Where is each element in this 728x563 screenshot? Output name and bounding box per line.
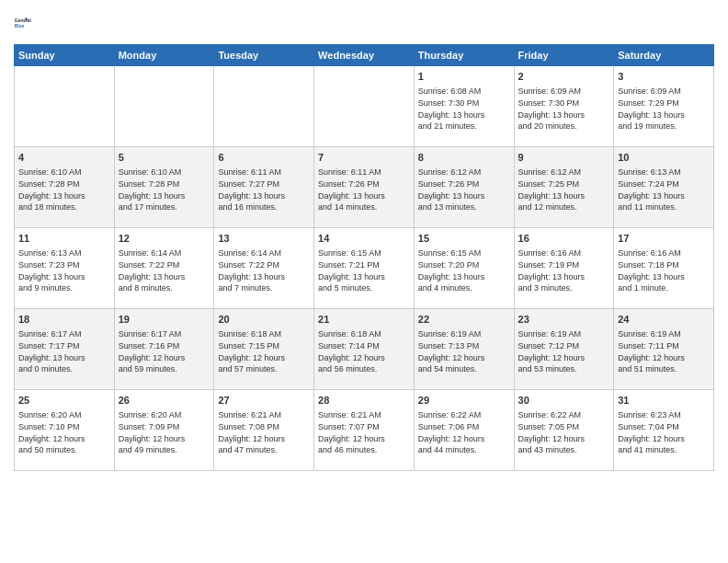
calendar-body: 1Sunrise: 6:08 AMSunset: 7:30 PMDaylight…: [15, 66, 714, 471]
cell-info: Sunset: 7:11 PM: [618, 340, 710, 352]
calendar-cell: 27Sunrise: 6:21 AMSunset: 7:08 PMDayligh…: [214, 390, 314, 471]
calendar-cell: 28Sunrise: 6:21 AMSunset: 7:07 PMDayligh…: [314, 390, 415, 471]
calendar-cell: 8Sunrise: 6:12 AMSunset: 7:26 PMDaylight…: [414, 147, 514, 228]
weekday-saturday: Saturday: [614, 45, 714, 66]
cell-info: Sunset: 7:28 PM: [18, 178, 110, 190]
day-number: 21: [318, 313, 410, 327]
cell-info: Daylight: 12 hours: [318, 433, 410, 445]
cell-info: Sunrise: 6:19 AM: [618, 328, 710, 340]
cell-info: Sunset: 7:22 PM: [119, 259, 210, 271]
cell-info: Daylight: 13 hours: [119, 271, 210, 283]
cell-info: Sunrise: 6:22 AM: [518, 409, 610, 421]
calendar-cell: 19Sunrise: 6:17 AMSunset: 7:16 PMDayligh…: [114, 309, 214, 390]
cell-info: Sunrise: 6:16 AM: [618, 247, 710, 259]
cell-info: Sunrise: 6:14 AM: [119, 247, 210, 259]
calendar-header: SundayMondayTuesdayWednesdayThursdayFrid…: [15, 45, 714, 66]
calendar-cell: 10Sunrise: 6:13 AMSunset: 7:24 PMDayligh…: [614, 147, 714, 228]
calendar-cell: [214, 66, 314, 147]
cell-info: Sunset: 7:28 PM: [119, 178, 210, 190]
calendar-cell: 25Sunrise: 6:20 AMSunset: 7:10 PMDayligh…: [15, 390, 115, 471]
cell-info: Sunset: 7:09 PM: [119, 421, 210, 433]
day-number: 18: [18, 313, 110, 327]
calendar-week-2: 4Sunrise: 6:10 AMSunset: 7:28 PMDaylight…: [15, 147, 714, 228]
cell-info: and 9 minutes.: [18, 282, 110, 294]
calendar-cell: 11Sunrise: 6:13 AMSunset: 7:23 PMDayligh…: [15, 228, 115, 309]
cell-info: Daylight: 13 hours: [518, 109, 610, 121]
cell-info: Sunset: 7:10 PM: [18, 421, 110, 433]
cell-info: Sunset: 7:25 PM: [518, 178, 610, 190]
cell-info: and 53 minutes.: [518, 363, 610, 375]
logo: General Blue: [14, 9, 41, 37]
cell-info: Sunset: 7:23 PM: [18, 259, 110, 271]
header: General Blue: [14, 9, 714, 37]
calendar-cell: 7Sunrise: 6:11 AMSunset: 7:26 PMDaylight…: [314, 147, 415, 228]
calendar-week-1: 1Sunrise: 6:08 AMSunset: 7:30 PMDaylight…: [15, 66, 714, 147]
cell-info: and 5 minutes.: [318, 282, 410, 294]
cell-info: Daylight: 12 hours: [618, 352, 710, 364]
cell-info: Sunrise: 6:20 AM: [119, 409, 210, 421]
svg-text:General: General: [15, 18, 31, 23]
cell-info: and 46 minutes.: [318, 444, 410, 456]
cell-info: Sunrise: 6:19 AM: [518, 328, 610, 340]
cell-info: and 7 minutes.: [218, 282, 310, 294]
cell-info: Sunset: 7:26 PM: [418, 178, 510, 190]
day-number: 10: [618, 151, 710, 165]
calendar-cell: 13Sunrise: 6:14 AMSunset: 7:22 PMDayligh…: [214, 228, 314, 309]
weekday-monday: Monday: [114, 45, 214, 66]
day-number: 6: [218, 151, 310, 165]
day-number: 1: [418, 70, 510, 84]
cell-info: and 59 minutes.: [119, 363, 210, 375]
calendar-cell: 24Sunrise: 6:19 AMSunset: 7:11 PMDayligh…: [614, 309, 714, 390]
day-number: 17: [618, 232, 710, 246]
cell-info: Sunrise: 6:10 AM: [18, 167, 110, 178]
day-number: 13: [218, 232, 310, 246]
cell-info: Sunrise: 6:17 AM: [18, 328, 110, 340]
cell-info: Sunrise: 6:21 AM: [218, 409, 310, 421]
cell-info: and 20 minutes.: [518, 121, 610, 132]
day-number: 31: [618, 394, 710, 408]
calendar-week-3: 11Sunrise: 6:13 AMSunset: 7:23 PMDayligh…: [15, 228, 714, 309]
cell-info: and 4 minutes.: [418, 282, 510, 294]
calendar-cell: 29Sunrise: 6:22 AMSunset: 7:06 PMDayligh…: [414, 390, 514, 471]
cell-info: and 1 minute.: [618, 282, 710, 294]
cell-info: Sunset: 7:30 PM: [418, 98, 510, 109]
calendar-cell: 18Sunrise: 6:17 AMSunset: 7:17 PMDayligh…: [15, 309, 115, 390]
weekday-sunday: Sunday: [15, 45, 115, 66]
calendar-cell: [314, 66, 415, 147]
cell-info: Daylight: 12 hours: [618, 433, 710, 445]
day-number: 11: [18, 232, 110, 246]
cell-info: Sunset: 7:27 PM: [218, 178, 310, 190]
cell-info: and 43 minutes.: [518, 444, 610, 456]
calendar-cell: 4Sunrise: 6:10 AMSunset: 7:28 PMDaylight…: [15, 147, 115, 228]
cell-info: Sunrise: 6:18 AM: [318, 328, 410, 340]
calendar-cell: 14Sunrise: 6:15 AMSunset: 7:21 PMDayligh…: [314, 228, 415, 309]
cell-info: and 50 minutes.: [18, 444, 110, 456]
cell-info: Sunset: 7:08 PM: [218, 421, 310, 433]
calendar-cell: 5Sunrise: 6:10 AMSunset: 7:28 PMDaylight…: [114, 147, 214, 228]
weekday-tuesday: Tuesday: [214, 45, 314, 66]
cell-info: Sunset: 7:20 PM: [418, 259, 510, 271]
day-number: 30: [518, 394, 610, 408]
calendar-cell: [114, 66, 214, 147]
cell-info: and 18 minutes.: [18, 201, 110, 213]
cell-info: Sunrise: 6:20 AM: [18, 409, 110, 421]
calendar-cell: 9Sunrise: 6:12 AMSunset: 7:25 PMDaylight…: [514, 147, 614, 228]
cell-info: and 8 minutes.: [119, 282, 210, 294]
cell-info: and 54 minutes.: [418, 363, 510, 375]
cell-info: Sunrise: 6:15 AM: [318, 247, 410, 259]
day-number: 25: [18, 394, 110, 408]
cell-info: and 16 minutes.: [218, 201, 310, 213]
cell-info: Daylight: 12 hours: [318, 352, 410, 364]
calendar-cell: 17Sunrise: 6:16 AMSunset: 7:18 PMDayligh…: [614, 228, 714, 309]
cell-info: Sunrise: 6:13 AM: [18, 247, 110, 259]
day-number: 5: [119, 151, 210, 165]
day-number: 9: [518, 151, 610, 165]
cell-info: Sunset: 7:06 PM: [418, 421, 510, 433]
cell-info: and 12 minutes.: [518, 201, 610, 213]
cell-info: Daylight: 13 hours: [518, 271, 610, 283]
day-number: 28: [318, 394, 410, 408]
calendar-cell: 26Sunrise: 6:20 AMSunset: 7:09 PMDayligh…: [114, 390, 214, 471]
calendar-cell: 6Sunrise: 6:11 AMSunset: 7:27 PMDaylight…: [214, 147, 314, 228]
cell-info: Daylight: 13 hours: [18, 352, 110, 364]
logo-icon: General Blue: [14, 9, 41, 37]
